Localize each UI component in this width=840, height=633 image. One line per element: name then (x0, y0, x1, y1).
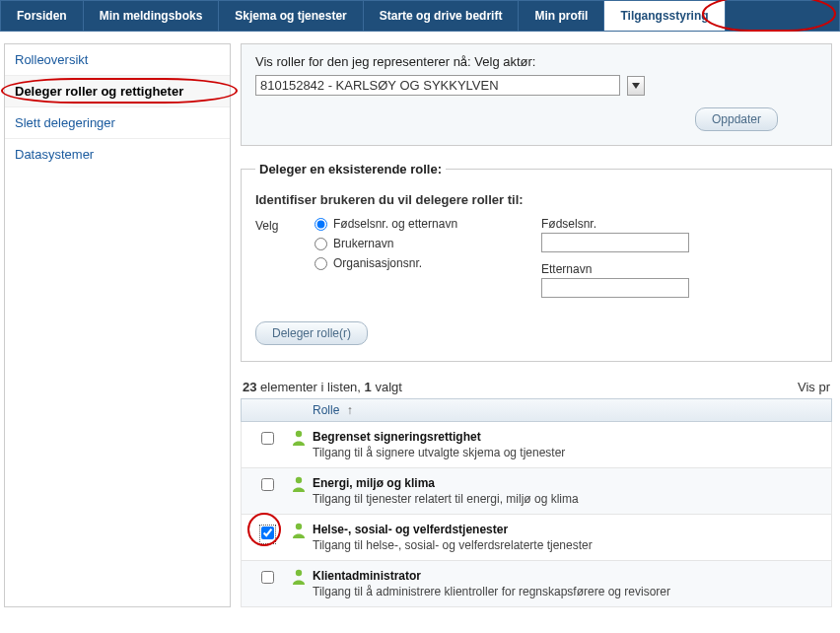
vis-pr-label: Vis pr (798, 380, 830, 394)
svg-point-1 (296, 477, 302, 483)
table-header: Rolle ↑ (241, 398, 832, 422)
list-summary: 23 elementer i listen, 1 valgt Vis pr (241, 380, 832, 394)
radio-label: Fødselsnr. og etternavn (333, 217, 457, 231)
radio-brukernavn-input[interactable] (315, 238, 327, 250)
svg-point-0 (296, 431, 302, 437)
radio-fodselsnr-input[interactable] (315, 218, 327, 231)
table-row: Klientadministrator Tilgang til å admini… (241, 561, 832, 607)
fnr-label: Fødselsnr. (541, 217, 689, 231)
role-desc: Tilgang til å administrere klientroller … (313, 585, 823, 598)
svg-point-2 (296, 524, 302, 529)
table-row: Begrenset signeringsrettighet Tilgang ti… (241, 422, 832, 468)
nav-profil[interactable]: Min profil (519, 1, 604, 31)
actor-prompt: Vis roller for den jeg representerer nå:… (255, 54, 817, 69)
radio-fodselsnr[interactable]: Fødselsnr. og etternavn (315, 217, 541, 231)
table-row: Helse-, sosial- og velferdstjenester Til… (241, 515, 832, 561)
row-checkbox[interactable] (261, 478, 274, 491)
sidebar-rolleoversikt[interactable]: Rolleoversikt (5, 44, 230, 76)
nav-skjema[interactable]: Skjema og tjenester (219, 1, 363, 31)
sidebar-slett-delegeringer[interactable]: Slett delegeringer (5, 107, 230, 139)
column-role[interactable]: Rolle ↑ (313, 403, 823, 417)
actor-select[interactable]: 810152842 - KARLSØY OG SYKKYLVEN (255, 75, 620, 96)
nav-meldingsboks[interactable]: Min meldingsboks (84, 1, 220, 31)
sidebar-datasystemer[interactable]: Datasystemer (5, 139, 230, 170)
radio-orgnr-input[interactable] (315, 257, 327, 270)
delegate-legend: Deleger en eksisterende rolle: (255, 162, 446, 176)
delegate-fieldset: Deleger en eksisterende rolle: Identifis… (241, 162, 832, 362)
person-icon (292, 523, 306, 538)
sidebar-item-label: Deleger roller og rettigheter (15, 84, 183, 99)
person-icon (292, 430, 306, 446)
row-checkbox[interactable] (261, 571, 274, 584)
update-button[interactable]: Oppdater (695, 107, 778, 131)
role-name: Begrenset signeringsrettighet (313, 430, 823, 444)
radio-orgnr[interactable]: Organisasjonsnr. (315, 256, 541, 270)
nav-forsiden[interactable]: Forsiden (1, 1, 84, 31)
role-name: Klientadministrator (313, 569, 823, 583)
nav-bedrift[interactable]: Starte og drive bedrift (364, 1, 520, 31)
row-checkbox[interactable] (261, 432, 274, 445)
role-desc: Tilgang til helse-, sosial- og velferdsr… (313, 538, 823, 552)
person-icon (292, 569, 306, 585)
identify-label: Identifiser brukeren du vil delegere rol… (255, 192, 817, 207)
svg-point-3 (296, 570, 302, 576)
chevron-down-icon (632, 83, 640, 89)
radio-label: Organisasjonsnr. (333, 256, 422, 270)
person-icon (292, 476, 306, 492)
delegate-button[interactable]: Deleger rolle(r) (255, 321, 368, 345)
sidebar-deleger-roller[interactable]: Deleger roller og rettigheter (5, 76, 230, 107)
radio-brukernavn[interactable]: Brukernavn (315, 237, 541, 250)
lastname-label: Etternavn (541, 262, 689, 276)
role-name: Energi, miljø og klima (313, 476, 823, 490)
actor-box: Vis roller for den jeg representerer nå:… (241, 43, 832, 146)
sidebar: Rolleoversikt Deleger roller og rettighe… (4, 43, 231, 607)
sort-ascending-icon: ↑ (347, 403, 353, 417)
choose-label: Velg (255, 217, 315, 308)
count-total: 23 (243, 380, 256, 394)
role-name: Helse-, sosial- og velferdstjenester (313, 523, 823, 536)
fnr-input[interactable] (541, 233, 689, 252)
radio-label: Brukernavn (333, 237, 393, 250)
table-row: Energi, miljø og klima Tilgang til tjene… (241, 468, 832, 515)
role-desc: Tilgang til tjenester relatert til energ… (313, 492, 823, 506)
role-desc: Tilgang til å signere utvalgte skjema og… (313, 446, 823, 459)
actor-dropdown-button[interactable] (627, 76, 645, 96)
nav-tilgangsstyring[interactable]: Tilgangsstyring (604, 1, 725, 31)
row-checkbox[interactable] (261, 527, 274, 539)
top-nav: Forsiden Min meldingsboks Skjema og tjen… (0, 0, 840, 32)
lastname-input[interactable] (541, 278, 689, 298)
count-selected: 1 (365, 380, 372, 394)
